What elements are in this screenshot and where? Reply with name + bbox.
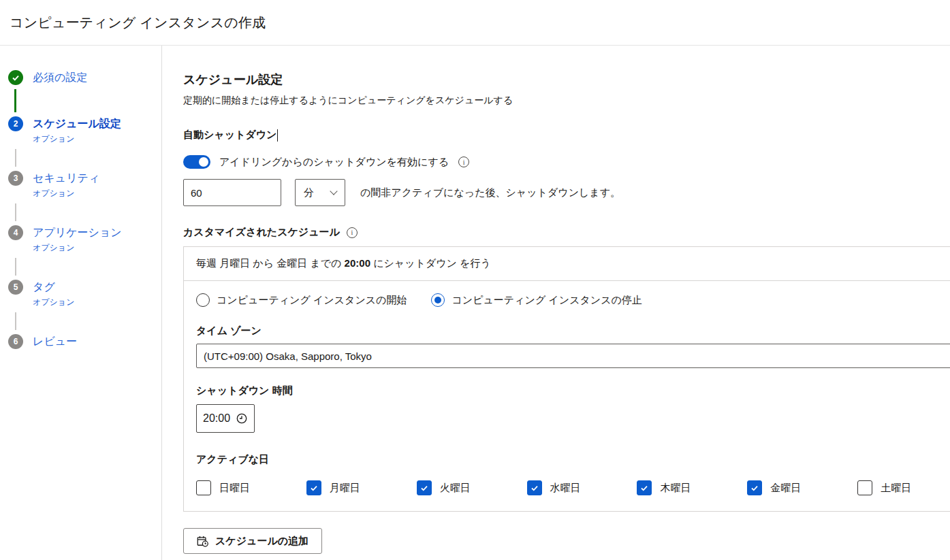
toggle-knob [199, 157, 208, 167]
timezone-input[interactable] [196, 344, 950, 368]
text-caret [277, 129, 278, 142]
wizard-stepper-sidebar: 必須の設定 2 スケジュール設定 オプション 3 セキュリティ オプション [0, 46, 162, 560]
auto-shutdown-heading: 自動シャットダウン [183, 129, 950, 142]
sidebar-step-required-settings[interactable]: 必須の設定 [8, 70, 161, 85]
step-completed-check-icon [8, 70, 23, 85]
step-number-badge: 3 [8, 171, 23, 186]
step-connector [15, 203, 16, 221]
step-label: スケジュール設定 [33, 118, 121, 129]
idle-suffix-text: の間非アクティブになった後、シャットダウンします。 [360, 186, 620, 199]
step-connector [15, 312, 16, 330]
checkbox-icon [196, 480, 211, 495]
schedule-card: 毎週 月曜日 から 金曜日 までの 20:00 にシャットダウン を行う コンピ… [183, 246, 950, 512]
checkbox-icon [747, 480, 762, 495]
step-sublabel: オプション [33, 133, 121, 145]
custom-schedule-heading: カスタマイズされたスケジュール [183, 226, 950, 239]
step-label: タグ [33, 281, 55, 293]
checkbox-icon [527, 480, 542, 495]
day-checkbox-wednesday[interactable]: 水曜日 [527, 480, 637, 495]
step-connector [15, 258, 16, 276]
step-label: セキュリティ [33, 172, 99, 184]
day-checkbox-friday[interactable]: 金曜日 [747, 480, 857, 495]
section-heading: スケジュール設定 [183, 71, 950, 88]
idle-shutdown-toggle[interactable] [183, 155, 210, 169]
radio-option-stop-instance[interactable]: コンピューティング インスタンスの停止 [431, 293, 642, 307]
step-sublabel: オプション [33, 242, 122, 254]
clock-icon [236, 412, 248, 425]
checkbox-icon [637, 480, 652, 495]
step-connector [14, 89, 16, 112]
step-sublabel: オプション [33, 297, 74, 308]
step-sublabel: オプション [33, 188, 99, 199]
step-number-badge: 5 [8, 280, 23, 295]
step-label: 必須の設定 [33, 71, 87, 83]
shutdown-time-label: シャットダウン 時間 [196, 384, 950, 397]
day-checkbox-sunday[interactable]: 日曜日 [196, 480, 306, 495]
step-label: レビュー [33, 335, 77, 347]
page-title: コンピューティング インスタンスの作成 [10, 14, 266, 32]
info-icon[interactable] [458, 157, 469, 167]
section-description: 定期的に開始または停止するようにコンピューティングをスケジュールする [183, 95, 950, 107]
chevron-down-icon [330, 187, 337, 195]
idle-unit-select[interactable]: 分 [295, 179, 345, 206]
idle-unit-selected-value: 分 [304, 186, 314, 199]
sidebar-step-schedule[interactable]: 2 スケジュール設定 オプション [8, 116, 161, 145]
schedule-summary-time: 20:00 [345, 257, 370, 269]
day-checkbox-saturday[interactable]: 土曜日 [857, 480, 950, 495]
page-header: コンピューティング インスタンスの作成 [0, 0, 950, 46]
idle-minutes-input[interactable] [183, 179, 281, 206]
timezone-label: タイム ゾーン [196, 325, 950, 337]
sidebar-step-review[interactable]: 6 レビュー [8, 334, 161, 349]
checkbox-icon [306, 480, 321, 495]
shutdown-time-input[interactable]: 20:00 [196, 404, 255, 433]
radio-option-start-instance[interactable]: コンピューティング インスタンスの開始 [196, 293, 407, 307]
day-checkbox-monday[interactable]: 月曜日 [306, 480, 417, 495]
schedule-settings-panel: スケジュール設定 定期的に開始または停止するようにコンピューティングをスケジュー… [162, 46, 950, 560]
sidebar-step-tags[interactable]: 5 タグ オプション [8, 280, 161, 308]
active-days-row: 日曜日 月曜日 火曜日 水曜日 [196, 480, 950, 495]
sidebar-step-application[interactable]: 4 アプリケーション オプション [8, 225, 161, 254]
day-checkbox-thursday[interactable]: 木曜日 [637, 480, 747, 495]
calendar-clock-icon [197, 536, 208, 547]
step-number-badge: 6 [8, 334, 23, 349]
checkbox-icon [857, 480, 872, 495]
add-schedule-button[interactable]: スケジュールの追加 [183, 528, 322, 554]
step-connector [15, 149, 16, 167]
sidebar-step-security[interactable]: 3 セキュリティ オプション [8, 171, 161, 199]
radio-icon [196, 293, 210, 307]
radio-icon [431, 293, 445, 307]
info-icon[interactable] [347, 227, 358, 238]
active-days-label: アクティブな日 [196, 453, 950, 466]
step-label: アプリケーション [33, 227, 122, 238]
day-checkbox-tuesday[interactable]: 火曜日 [417, 480, 527, 495]
idle-shutdown-toggle-label: アイドリングからのシャットダウンを有効にする [219, 156, 449, 169]
schedule-summary-header[interactable]: 毎週 月曜日 から 金曜日 までの 20:00 にシャットダウン を行う [184, 247, 950, 281]
step-number-badge: 2 [8, 116, 23, 131]
checkbox-icon [417, 480, 432, 495]
step-number-badge: 4 [8, 225, 23, 240]
